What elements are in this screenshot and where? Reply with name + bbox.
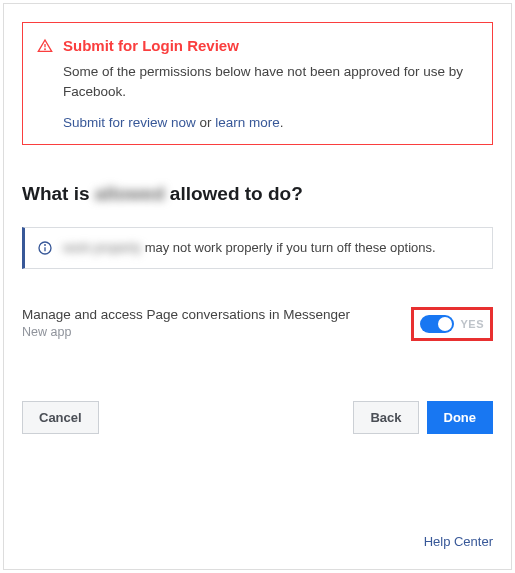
info-text: work properly may not work properly if y… [63, 240, 436, 255]
alert-title: Submit for Login Review [63, 37, 239, 54]
learn-more-link[interactable]: learn more [215, 115, 280, 130]
heading-prefix: What is [22, 183, 95, 204]
permission-toggle[interactable] [420, 315, 454, 333]
cancel-button[interactable]: Cancel [22, 401, 99, 434]
alert-header: Submit for Login Review [37, 37, 478, 54]
help-center-link[interactable]: Help Center [424, 534, 493, 549]
back-button[interactable]: Back [353, 401, 418, 434]
dialog-container: Submit for Login Review Some of the perm… [3, 3, 512, 570]
info-box: work properly may not work properly if y… [22, 227, 493, 269]
info-message: may not work properly if you turn off th… [141, 240, 436, 255]
done-button[interactable]: Done [427, 401, 494, 434]
alert-period: . [280, 115, 284, 130]
permission-row: Manage and access Page conversations in … [22, 307, 493, 341]
permissions-heading: What is allowed allowed to do? [22, 183, 493, 205]
toggle-knob [438, 317, 452, 331]
warning-icon [37, 38, 53, 54]
alert-links: Submit for review now or learn more. [37, 115, 478, 130]
info-blurred: work properly [63, 240, 141, 255]
button-right-group: Back Done [353, 401, 493, 434]
svg-point-1 [45, 49, 46, 50]
toggle-highlight: YES [411, 307, 493, 341]
alert-body: Some of the permissions below have not b… [37, 62, 478, 103]
submit-review-link[interactable]: Submit for review now [63, 115, 196, 130]
button-row: Cancel Back Done [22, 401, 493, 434]
info-icon [37, 240, 53, 256]
toggle-state-label: YES [460, 318, 484, 330]
heading-app-name: allowed [95, 183, 165, 204]
heading-suffix: allowed to do? [165, 183, 303, 204]
alert-or-text: or [196, 115, 216, 130]
permission-label: Manage and access Page conversations in … [22, 307, 411, 322]
permission-text: Manage and access Page conversations in … [22, 307, 411, 339]
permission-sub: New app [22, 325, 411, 339]
login-review-alert: Submit for Login Review Some of the perm… [22, 22, 493, 145]
svg-point-4 [45, 244, 46, 245]
